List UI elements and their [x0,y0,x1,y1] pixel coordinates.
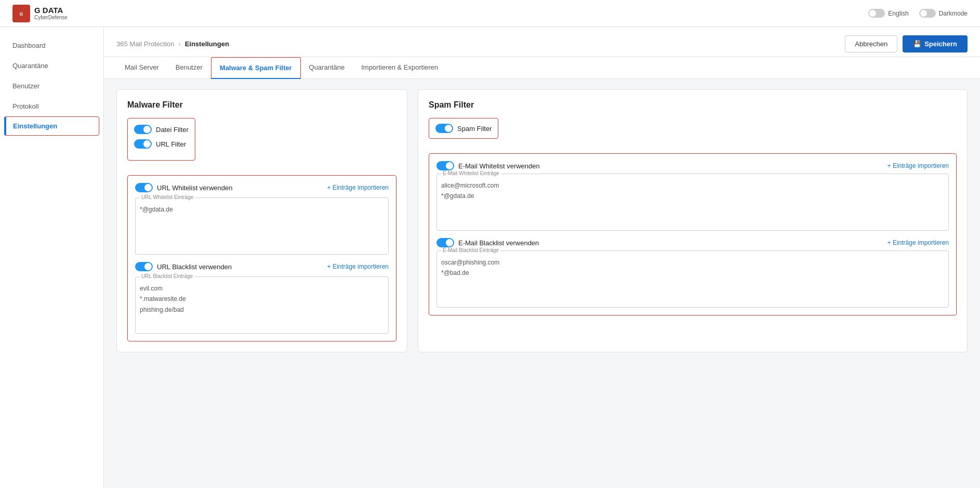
spam-filter-title: Spam Filter [429,100,957,110]
email-blacklist-entry-box: E-Mail Blacklist Einträge oscar@phishing… [436,250,949,308]
email-whitelist-entry-box: E-Mail Whitelist Einträge alice@microsof… [436,174,949,231]
page-header: 365 Mail Protection › Einstellungen Abbr… [104,27,980,57]
url-blacklist-entries[interactable]: evil.com *.malwaresite.de phishing.de/ba… [140,281,384,315]
url-filter-toggle[interactable] [134,139,152,149]
save-label: Speichern [924,40,957,48]
url-filter-toggle-row[interactable]: URL Filter [134,139,189,149]
logo-text: G DATA CyberDefense [34,6,68,21]
url-whitelist-entries-label: URL Whitelist Einträge [140,194,195,200]
email-whitelist-section: E-Mail Whitelist verwenden + Einträge im… [436,161,949,231]
english-label: English [888,10,908,17]
url-whitelist-section: URL Whitelist verwenden + Einträge impor… [135,183,389,255]
url-blacklist-import-button[interactable]: + Einträge importieren [327,263,389,270]
url-whitelist-header: URL Whitelist verwenden + Einträge impor… [135,183,389,192]
malware-filter-card: Malware Filter Datei Filter URL Filter [116,89,407,352]
topbar: G G DATA CyberDefense English Darkmode [0,0,980,27]
url-blacklist-toggle[interactable] [135,262,153,271]
content-area: Malware Filter Datei Filter URL Filter [104,79,980,363]
darkmode-toggle[interactable] [919,9,936,18]
save-icon: 💾 [913,40,921,48]
sidebar-item-protokoll[interactable]: Protokoll [0,96,103,116]
url-blacklist-toggle-row[interactable]: URL Blacklist verwenden [135,262,232,271]
email-blacklist-header: E-Mail Blacklist verwenden + Einträge im… [436,238,949,247]
url-blacklist-section: URL Blacklist verwenden + Einträge impor… [135,262,389,334]
email-whitelist-entries[interactable]: alice@microsoft.com *@gdata.de [441,178,944,202]
url-filter-label: URL Filter [156,140,186,148]
filter-toggles-box: Datei Filter URL Filter [127,118,195,161]
email-blacklist-section: E-Mail Blacklist verwenden + Einträge im… [436,238,949,308]
spam-filter-card: Spam Filter Spam Filter [418,89,968,352]
darkmode-toggle-row[interactable]: Darkmode [919,9,968,18]
datei-filter-label: Datei Filter [156,126,189,134]
breadcrumb-parent[interactable]: 365 Mail Protection [116,40,174,48]
brand-name: G DATA [34,6,68,15]
english-toggle-row[interactable]: English [868,9,908,18]
malware-filter-title: Malware Filter [127,100,396,110]
breadcrumb: 365 Mail Protection › Einstellungen [116,40,229,48]
spam-filter-toggle[interactable] [435,124,453,133]
spam-filter-toggle-box: Spam Filter [429,118,498,139]
tab-quarantaene[interactable]: Quarantäne [301,57,353,79]
tab-benutzer[interactable]: Benutzer [167,57,211,79]
logo-icon: G [12,5,30,22]
email-whitelist-entries-label: E-Mail Whitelist Einträge [441,170,501,176]
email-whitelist-import-button[interactable]: + Einträge importieren [888,162,949,169]
sidebar-item-dashboard[interactable]: Dashboard [0,35,103,56]
spam-filter-toggle-label: Spam Filter [457,125,492,133]
english-toggle[interactable] [868,9,885,18]
tab-mail-server[interactable]: Mail Server [116,57,167,79]
darkmode-label: Darkmode [939,10,968,17]
tab-malware-spam-filter[interactable]: Malware & Spam Filter [211,57,301,79]
url-whitelist-entry-box: URL Whitelist Einträge *@gdata.de [135,197,389,255]
cancel-button[interactable]: Abbrechen [845,35,897,52]
sidebar-item-benutzer[interactable]: Benutzer [0,76,103,96]
url-blacklist-entry-box: URL Blacklist Einträge evil.com *.malwar… [135,276,389,334]
email-whitelist-header: E-Mail Whitelist verwenden + Einträge im… [436,161,949,170]
brand-sub: CyberDefense [34,15,68,20]
spam-filter-toggle-row[interactable]: Spam Filter [435,124,492,133]
sidebar-active-indicator [5,117,6,135]
email-blacklist-entries[interactable]: oscar@phishing.com *@bad.de [441,255,944,279]
layout: Dashboard Quarantäne Benutzer Protokoll … [0,27,980,488]
url-blacklist-label: URL Blacklist verwenden [157,263,232,271]
datei-filter-toggle-row[interactable]: Datei Filter [134,125,189,134]
email-blacklist-entries-label: E-Mail Blacklist Einträge [441,247,500,253]
email-blacklist-import-button[interactable]: + Einträge importieren [888,239,949,246]
url-whitelist-import-button[interactable]: + Einträge importieren [327,184,389,191]
url-whitelist-label: URL Whitelist verwenden [157,184,232,192]
sidebar-item-einstellungen[interactable]: Einstellungen [4,116,99,136]
url-blacklist-entries-label: URL Blacklist Einträge [140,273,194,279]
tab-importieren-exportieren[interactable]: Importieren & Exportieren [353,57,446,79]
email-whitelist-toggle[interactable] [436,161,454,170]
tabs: Mail Server Benutzer Malware & Spam Filt… [104,57,980,79]
datei-filter-toggle[interactable] [134,125,152,134]
url-whitelist-toggle[interactable] [135,183,153,192]
url-whitelist-entries[interactable]: *@gdata.de [140,202,384,215]
logo: G G DATA CyberDefense [12,5,68,22]
spam-whitelist-blacklist-box: E-Mail Whitelist verwenden + Einträge im… [429,153,957,315]
svg-text:G: G [19,11,23,17]
email-blacklist-toggle[interactable] [436,238,454,247]
breadcrumb-current: Einstellungen [185,40,229,48]
topbar-right: English Darkmode [868,9,968,18]
email-whitelist-toggle-row[interactable]: E-Mail Whitelist verwenden [436,161,540,170]
header-actions: Abbrechen 💾 Speichern [845,35,968,52]
save-button[interactable]: 💾 Speichern [903,35,968,52]
email-blacklist-label: E-Mail Blacklist verwenden [458,239,539,247]
url-whitelist-toggle-row[interactable]: URL Whitelist verwenden [135,183,232,192]
sidebar-item-quarantaene[interactable]: Quarantäne [0,56,103,76]
sidebar: Dashboard Quarantäne Benutzer Protokoll … [0,27,104,488]
malware-whitelist-blacklist-box: URL Whitelist verwenden + Einträge impor… [127,175,396,341]
email-whitelist-label: E-Mail Whitelist verwenden [458,162,540,170]
breadcrumb-sep: › [178,40,180,48]
email-blacklist-toggle-row[interactable]: E-Mail Blacklist verwenden [436,238,539,247]
main-content: 365 Mail Protection › Einstellungen Abbr… [104,27,980,488]
url-blacklist-header: URL Blacklist verwenden + Einträge impor… [135,262,389,271]
